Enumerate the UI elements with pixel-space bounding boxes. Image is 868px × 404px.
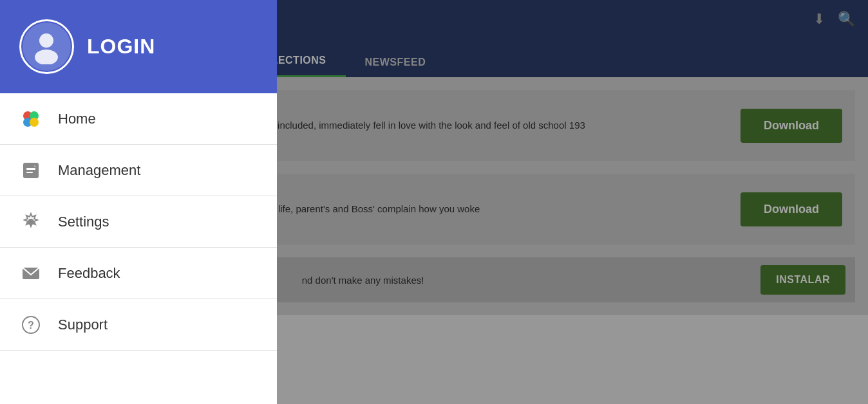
sidebar-item-settings[interactable]: Settings [0, 196, 277, 248]
sidebar-item-support[interactable]: ? Support [0, 299, 277, 351]
svg-point-1 [35, 50, 58, 64]
feedback-label: Feedback [58, 265, 120, 282]
settings-icon [19, 210, 42, 233]
drawer-header: LOGIN [0, 0, 277, 93]
sidebar-item-feedback[interactable]: Feedback [0, 248, 277, 299]
support-icon: ? [19, 313, 42, 336]
avatar-circle [23, 23, 71, 71]
svg-text:?: ? [28, 320, 34, 331]
home-icon [19, 107, 42, 130]
login-label[interactable]: LOGIN [87, 35, 155, 59]
svg-rect-8 [26, 172, 33, 173]
home-label: Home [58, 111, 96, 127]
settings-label: Settings [58, 214, 109, 230]
sidebar-item-home[interactable]: Home [0, 93, 277, 145]
drawer-menu: Home Management [0, 93, 277, 404]
avatar [19, 19, 74, 74]
management-icon [19, 159, 42, 181]
avatar-icon [29, 29, 64, 64]
svg-point-10 [28, 219, 33, 225]
svg-rect-7 [26, 168, 35, 170]
svg-rect-6 [23, 163, 39, 178]
feedback-icon [19, 262, 42, 284]
drawer: LOGIN Home [0, 0, 277, 404]
svg-point-5 [30, 118, 39, 127]
management-label: Management [58, 162, 140, 179]
support-label: Support [58, 317, 108, 333]
svg-point-0 [39, 33, 53, 48]
sidebar-item-management[interactable]: Management [0, 145, 277, 196]
